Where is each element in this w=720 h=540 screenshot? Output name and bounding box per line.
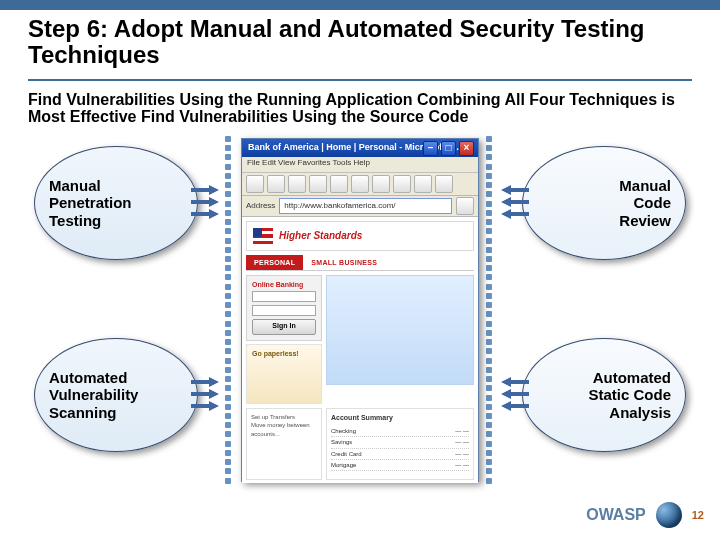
- account-row: Mortgage— —: [331, 460, 469, 471]
- online-id-field: [252, 291, 316, 302]
- signin-title: Online Banking: [252, 281, 316, 288]
- slide-footer: OWASP 12: [586, 502, 704, 528]
- close-icon: ×: [459, 141, 474, 156]
- lower-left-block: Set up Transfers Move money between acco…: [246, 408, 322, 480]
- arrow-from-pentest: [191, 185, 219, 219]
- browser-toolbar: [242, 173, 478, 196]
- svg-marker-21: [501, 389, 511, 399]
- dotted-divider-left: [225, 136, 235, 484]
- svg-rect-4: [191, 212, 209, 216]
- svg-marker-13: [501, 185, 511, 195]
- mail-icon: [414, 175, 432, 193]
- account-summary-title: Account Summary: [331, 413, 469, 423]
- back-icon: [246, 175, 264, 193]
- bubble-manual-code-review: Manual Code Review: [522, 146, 686, 260]
- minimize-icon: –: [423, 141, 438, 156]
- svg-rect-2: [191, 200, 209, 204]
- svg-rect-26: [253, 238, 273, 241]
- svg-marker-7: [209, 377, 219, 387]
- svg-rect-20: [511, 392, 529, 396]
- svg-rect-12: [511, 188, 529, 192]
- print-icon: [435, 175, 453, 193]
- maximize-icon: □: [441, 141, 456, 156]
- bank-banner: Higher Standards: [246, 221, 474, 251]
- svg-rect-6: [191, 380, 209, 384]
- slide-title: Step 6: Adopt Manual and Automated Secur…: [28, 16, 692, 69]
- globe-icon: [656, 502, 682, 528]
- svg-rect-8: [191, 392, 209, 396]
- svg-marker-23: [501, 401, 511, 411]
- dotted-divider-right: [486, 136, 496, 484]
- arrow-to-static-analysis: [501, 377, 529, 411]
- search-icon: [351, 175, 369, 193]
- home-icon: [330, 175, 348, 193]
- forward-icon: [267, 175, 285, 193]
- svg-marker-17: [501, 209, 511, 219]
- center-screenshot-mock: Bank of America | Home | Personal - Micr…: [241, 138, 479, 482]
- top-accent-bar: [0, 0, 720, 10]
- owasp-brand: OWASP: [586, 506, 646, 524]
- column-headers: Find Vulnerabilities Using the Running A…: [0, 81, 720, 126]
- header-left: Find Vulnerabilities Using the Running A…: [28, 91, 413, 108]
- browser-menu: File Edit View Favorites Tools Help: [242, 157, 478, 173]
- svg-marker-3: [209, 197, 219, 207]
- favorites-icon: [372, 175, 390, 193]
- svg-marker-19: [501, 377, 511, 387]
- svg-marker-11: [209, 401, 219, 411]
- bubble-manual-pentest: Manual Penetration Testing: [34, 146, 198, 260]
- history-icon: [393, 175, 411, 193]
- flag-icon: [253, 228, 273, 244]
- signin-button: Sign In: [252, 319, 316, 335]
- tab-personal: PERSONAL: [246, 255, 303, 270]
- arrow-from-scanning: [191, 377, 219, 411]
- promo-block: Go paperless!: [246, 344, 322, 404]
- svg-rect-16: [511, 212, 529, 216]
- banner-text: Higher Standards: [279, 230, 362, 241]
- bubble-automated-static-analysis: Automated Static Code Analysis: [522, 338, 686, 452]
- refresh-icon: [309, 175, 327, 193]
- bubble-automated-scanning: Automated Vulnerability Scanning: [34, 338, 198, 452]
- svg-rect-22: [511, 404, 529, 408]
- account-row: Savings— —: [331, 437, 469, 448]
- svg-marker-5: [209, 209, 219, 219]
- account-row: Credit Card— —: [331, 449, 469, 460]
- tab-small-business: SMALL BUSINESS: [303, 255, 385, 270]
- svg-marker-1: [209, 185, 219, 195]
- header-right: Find Vulnerabilities Using the Source Co…: [141, 108, 468, 125]
- diagram-canvas: Manual Penetration Testing Automated Vul…: [28, 140, 692, 492]
- stop-icon: [288, 175, 306, 193]
- svg-rect-0: [191, 188, 209, 192]
- signin-block: Online Banking Sign In: [246, 275, 322, 341]
- svg-rect-18: [511, 380, 529, 384]
- primary-nav: PERSONAL SMALL BUSINESS: [246, 255, 474, 271]
- arrow-to-code-review: [501, 185, 529, 219]
- svg-rect-14: [511, 200, 529, 204]
- go-icon: [456, 197, 474, 215]
- account-summary-block: Account Summary Checking— —Savings— —Cre…: [326, 408, 474, 480]
- passcode-field: [252, 305, 316, 316]
- page-number: 12: [692, 509, 704, 521]
- window-titlebar: Bank of America | Home | Personal - Micr…: [242, 139, 478, 157]
- svg-rect-27: [253, 228, 262, 237]
- svg-marker-9: [209, 389, 219, 399]
- account-row: Checking— —: [331, 426, 469, 437]
- svg-marker-15: [501, 197, 511, 207]
- address-label: Address: [246, 201, 275, 210]
- address-field: http://www.bankofamerica.com/: [279, 198, 452, 214]
- svg-rect-10: [191, 404, 209, 408]
- address-bar: Address http://www.bankofamerica.com/: [242, 196, 478, 217]
- page-body: Higher Standards PERSONAL SMALL BUSINESS…: [242, 217, 478, 483]
- hero-panel: [326, 275, 474, 385]
